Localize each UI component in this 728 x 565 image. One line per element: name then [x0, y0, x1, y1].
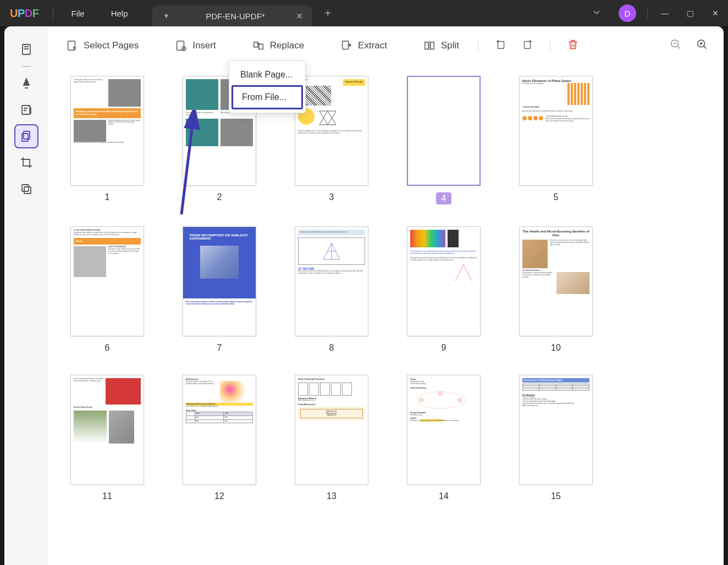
svg-rect-5 [24, 187, 31, 193]
svg-rect-13 [431, 42, 434, 49]
window-maximize-button[interactable]: ▢ [677, 9, 703, 18]
page-number: 14 [439, 491, 449, 501]
page-number: 2 [217, 192, 222, 202]
workspace: Select Pages Insert Replace Extract Spli… [4, 26, 724, 565]
page-number: 4 [436, 192, 452, 204]
zoom-out-button[interactable] [664, 34, 687, 57]
tab-title: PDF-EN-UPDF* [191, 12, 279, 21]
window-minimize-button[interactable]: — [652, 9, 677, 18]
sidebar-comment[interactable] [14, 98, 38, 122]
page-number: 8 [329, 343, 334, 353]
zoom-in-button[interactable] [691, 34, 714, 57]
split-button[interactable]: Split [416, 35, 467, 56]
dropdown-blank-page[interactable]: Blank Page... [231, 64, 303, 85]
page-number: 9 [442, 343, 446, 353]
page-number: 5 [554, 192, 559, 202]
svg-rect-4 [22, 185, 29, 191]
split-label: Split [441, 40, 459, 51]
page-number: 12 [214, 491, 224, 501]
page-thumbnail[interactable]: Gram Staining Procedure Example of Bacte… [295, 375, 368, 501]
svg-rect-15 [525, 42, 531, 49]
window-dropdown-icon[interactable] [581, 8, 612, 19]
window-close-button[interactable]: ✕ [703, 9, 728, 18]
page-thumbnail[interactable]: The experiments can be repeated over and… [407, 226, 481, 353]
svg-rect-1 [22, 106, 30, 114]
page-number: 11 [102, 491, 112, 501]
page-grid: Lorem ipsum dolor sit amet consectetur a… [48, 65, 724, 565]
page-number: 7 [217, 343, 222, 353]
sidebar-crop[interactable] [14, 151, 38, 175]
sidebar-reader[interactable] [14, 37, 38, 62]
svg-rect-14 [498, 42, 504, 49]
app-logo: UPDF [0, 7, 48, 20]
toolbar: Select Pages Insert Replace Extract Spli… [48, 26, 724, 65]
tab-close-icon[interactable]: ✕ [296, 11, 303, 21]
page-thumbnail[interactable]: Yeast Basidiospore fungiCell characteriz… [407, 375, 481, 501]
replace-button[interactable]: Replace [245, 35, 312, 56]
page-thumbnail[interactable]: Basic Elements of Plane Space Iste natus… [519, 76, 593, 204]
page-thumbnail[interactable]: The Health and Mood-Boosting Benefits of… [519, 226, 593, 353]
svg-marker-19 [319, 111, 336, 125]
page-number: 15 [551, 491, 561, 501]
page-thumbnail[interactable]: Sunt in culpa qui officia deserunt molli… [70, 375, 144, 501]
page-thumbnail[interactable]: Lorem ipsum dolor sit amet consectetur a… [70, 76, 144, 204]
svg-point-24 [457, 398, 462, 402]
extract-label: Extract [358, 40, 387, 51]
page-number: 1 [105, 192, 110, 202]
sidebar-highlight[interactable] [14, 71, 38, 96]
dropdown-from-file[interactable]: From File... [231, 85, 303, 109]
page-number: 6 [105, 343, 110, 353]
svg-rect-9 [253, 42, 257, 47]
divider [22, 66, 31, 67]
svg-rect-0 [23, 45, 30, 54]
sidebar-layers[interactable] [14, 177, 38, 201]
page-thumbnail[interactable]: Characteristics Of Selected Phyla Of Alg… [519, 375, 593, 501]
svg-rect-12 [425, 42, 428, 49]
divider [550, 38, 550, 53]
svg-rect-3 [22, 134, 28, 141]
page-number: 10 [551, 343, 561, 353]
main-area: Select Pages Insert Replace Extract Spli… [48, 26, 724, 565]
divider [647, 8, 648, 19]
tab-dropdown-icon[interactable]: ▼ [163, 12, 170, 20]
document-tab[interactable]: ▼ PDF-EN-UPDF* ✕ [152, 5, 312, 26]
user-avatar[interactable]: D [619, 4, 636, 22]
select-pages-button[interactable]: Select Pages [58, 35, 146, 56]
menu-file[interactable]: File [58, 9, 97, 18]
rotate-left-button[interactable] [489, 34, 512, 57]
svg-rect-10 [259, 44, 263, 49]
sidebar-pages[interactable] [14, 124, 38, 148]
delete-button[interactable] [561, 34, 584, 57]
page-number: 13 [327, 491, 337, 501]
insert-label: Insert [192, 40, 216, 51]
page-thumbnail[interactable]: Endospores Et harum quidem rerum facilis… [183, 375, 256, 501]
select-pages-label: Select Pages [84, 40, 139, 51]
svg-marker-20 [319, 111, 336, 125]
menu-help[interactable]: Help [98, 9, 141, 18]
svg-rect-6 [68, 41, 75, 51]
svg-rect-2 [24, 131, 30, 139]
divider [478, 38, 478, 53]
svg-rect-7 [177, 41, 184, 51]
svg-point-23 [438, 391, 443, 396]
svg-point-22 [419, 398, 423, 402]
page-thumbnail[interactable]: Lorem ipsumGeometric Philosophy Pariatur… [295, 76, 368, 204]
rotate-right-button[interactable] [516, 34, 539, 57]
insert-dropdown: Blank Page... From File... [229, 60, 306, 113]
page-thumbnail[interactable]: PRISM DECOMPOSITI ON SUNLIGHT EXPERIMENT… [183, 226, 256, 353]
divider [53, 8, 53, 19]
extract-button[interactable]: Extract [333, 35, 395, 56]
new-tab-button[interactable]: + [312, 7, 345, 20]
page-thumbnail[interactable]: 4 [407, 76, 481, 204]
replace-label: Replace [270, 40, 304, 51]
page-thumbnail[interactable]: Corporis suscipit laboriosam nisi ut ali… [295, 226, 368, 353]
page-thumbnail[interactable]: 3. THE COMPOSITION OF POINTS Voluptatem … [70, 226, 144, 353]
insert-button[interactable]: Insert [167, 35, 224, 56]
titlebar: UPDF File Help ▼ PDF-EN-UPDF* ✕ + D — ▢ … [0, 0, 728, 26]
sidebar [4, 26, 48, 565]
page-number: 3 [329, 192, 334, 202]
